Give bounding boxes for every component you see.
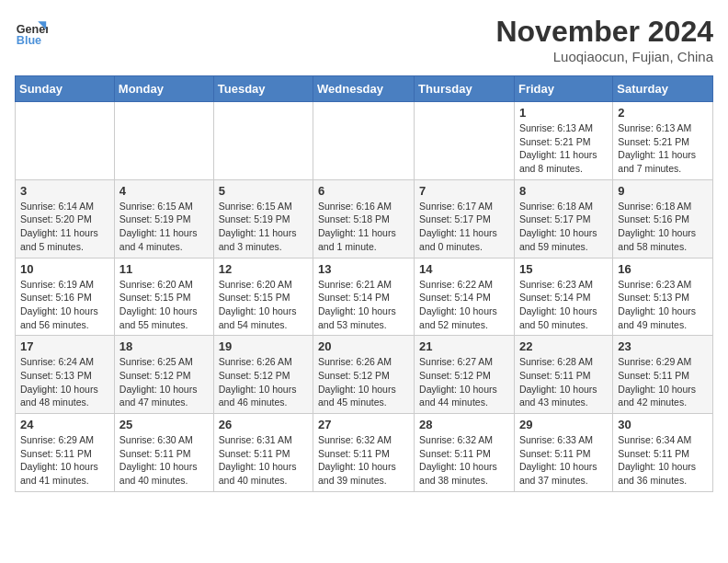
day-number: 4 xyxy=(119,184,209,198)
calendar-week-4: 17Sunrise: 6:24 AM Sunset: 5:13 PM Dayli… xyxy=(16,336,713,414)
day-number: 13 xyxy=(318,262,409,276)
day-number: 28 xyxy=(419,418,509,431)
day-number: 15 xyxy=(519,262,608,276)
day-number: 16 xyxy=(618,262,708,276)
day-number: 6 xyxy=(318,184,409,198)
page-header: General Blue November 2024 Luoqiaocun, F… xyxy=(15,15,713,64)
day-number: 19 xyxy=(219,339,308,353)
calendar-cell: 28Sunrise: 6:32 AM Sunset: 5:11 PM Dayli… xyxy=(415,414,515,492)
calendar-cell: 12Sunrise: 6:20 AM Sunset: 5:15 PM Dayli… xyxy=(213,258,313,336)
calendar-cell: 26Sunrise: 6:31 AM Sunset: 5:11 PM Dayli… xyxy=(213,414,313,492)
month-title: November 2024 xyxy=(495,15,713,49)
day-info: Sunrise: 6:25 AM Sunset: 5:12 PM Dayligh… xyxy=(119,355,209,409)
weekday-header-row: SundayMondayTuesdayWednesdayThursdayFrid… xyxy=(16,76,713,102)
location: Luoqiaocun, Fujian, China xyxy=(495,49,713,64)
day-info: Sunrise: 6:32 AM Sunset: 5:11 PM Dayligh… xyxy=(318,433,409,488)
weekday-header-thursday: Thursday xyxy=(415,76,515,102)
calendar-cell xyxy=(415,102,515,180)
logo-icon: General Blue xyxy=(15,15,48,48)
calendar-cell: 20Sunrise: 6:26 AM Sunset: 5:12 PM Dayli… xyxy=(313,336,415,414)
day-info: Sunrise: 6:20 AM Sunset: 5:15 PM Dayligh… xyxy=(119,278,209,332)
weekday-header-friday: Friday xyxy=(514,76,612,102)
day-number: 29 xyxy=(519,418,608,431)
calendar-cell: 4Sunrise: 6:15 AM Sunset: 5:19 PM Daylig… xyxy=(114,179,213,258)
calendar-cell: 10Sunrise: 6:19 AM Sunset: 5:16 PM Dayli… xyxy=(16,258,115,336)
svg-text:Blue: Blue xyxy=(17,34,41,47)
day-info: Sunrise: 6:21 AM Sunset: 5:14 PM Dayligh… xyxy=(318,278,409,332)
calendar-week-3: 10Sunrise: 6:19 AM Sunset: 5:16 PM Dayli… xyxy=(16,258,713,336)
day-info: Sunrise: 6:31 AM Sunset: 5:11 PM Dayligh… xyxy=(219,433,308,488)
day-number: 2 xyxy=(618,106,708,120)
calendar-cell: 5Sunrise: 6:15 AM Sunset: 5:19 PM Daylig… xyxy=(213,179,313,258)
calendar-cell: 2Sunrise: 6:13 AM Sunset: 5:21 PM Daylig… xyxy=(613,102,713,180)
day-info: Sunrise: 6:19 AM Sunset: 5:16 PM Dayligh… xyxy=(20,278,109,332)
day-info: Sunrise: 6:32 AM Sunset: 5:11 PM Dayligh… xyxy=(419,433,509,488)
day-number: 18 xyxy=(119,339,209,353)
calendar-cell: 27Sunrise: 6:32 AM Sunset: 5:11 PM Dayli… xyxy=(313,414,415,492)
day-info: Sunrise: 6:18 AM Sunset: 5:16 PM Dayligh… xyxy=(618,200,708,254)
calendar-cell: 13Sunrise: 6:21 AM Sunset: 5:14 PM Dayli… xyxy=(313,258,415,336)
weekday-header-monday: Monday xyxy=(114,76,213,102)
day-number: 1 xyxy=(519,106,608,120)
day-info: Sunrise: 6:15 AM Sunset: 5:19 PM Dayligh… xyxy=(119,200,209,254)
calendar-cell xyxy=(114,102,213,180)
day-number: 30 xyxy=(618,418,708,431)
calendar-cell: 24Sunrise: 6:29 AM Sunset: 5:11 PM Dayli… xyxy=(16,414,115,492)
day-info: Sunrise: 6:18 AM Sunset: 5:17 PM Dayligh… xyxy=(519,200,608,254)
day-info: Sunrise: 6:34 AM Sunset: 5:11 PM Dayligh… xyxy=(618,433,708,488)
calendar-table: SundayMondayTuesdayWednesdayThursdayFrid… xyxy=(15,75,713,492)
calendar-cell xyxy=(313,102,415,180)
day-number: 11 xyxy=(119,262,209,276)
day-number: 17 xyxy=(20,339,109,353)
day-number: 7 xyxy=(419,184,509,198)
calendar-cell: 6Sunrise: 6:16 AM Sunset: 5:18 PM Daylig… xyxy=(313,179,415,258)
calendar-cell: 14Sunrise: 6:22 AM Sunset: 5:14 PM Dayli… xyxy=(415,258,515,336)
day-info: Sunrise: 6:28 AM Sunset: 5:11 PM Dayligh… xyxy=(519,355,608,409)
day-info: Sunrise: 6:30 AM Sunset: 5:11 PM Dayligh… xyxy=(119,433,209,488)
day-info: Sunrise: 6:33 AM Sunset: 5:11 PM Dayligh… xyxy=(519,433,608,488)
calendar-cell: 29Sunrise: 6:33 AM Sunset: 5:11 PM Dayli… xyxy=(514,414,612,492)
calendar-cell: 11Sunrise: 6:20 AM Sunset: 5:15 PM Dayli… xyxy=(114,258,213,336)
day-info: Sunrise: 6:26 AM Sunset: 5:12 PM Dayligh… xyxy=(318,355,409,409)
calendar-cell: 3Sunrise: 6:14 AM Sunset: 5:20 PM Daylig… xyxy=(16,179,115,258)
day-number: 23 xyxy=(618,339,708,353)
weekday-header-saturday: Saturday xyxy=(613,76,713,102)
day-info: Sunrise: 6:26 AM Sunset: 5:12 PM Dayligh… xyxy=(219,355,308,409)
calendar-cell: 25Sunrise: 6:30 AM Sunset: 5:11 PM Dayli… xyxy=(114,414,213,492)
calendar-cell: 17Sunrise: 6:24 AM Sunset: 5:13 PM Dayli… xyxy=(16,336,115,414)
calendar-week-5: 24Sunrise: 6:29 AM Sunset: 5:11 PM Dayli… xyxy=(16,414,713,492)
day-number: 8 xyxy=(519,184,608,198)
calendar-cell: 18Sunrise: 6:25 AM Sunset: 5:12 PM Dayli… xyxy=(114,336,213,414)
day-number: 27 xyxy=(318,418,409,431)
day-info: Sunrise: 6:23 AM Sunset: 5:14 PM Dayligh… xyxy=(519,278,608,332)
day-number: 14 xyxy=(419,262,509,276)
day-info: Sunrise: 6:15 AM Sunset: 5:19 PM Dayligh… xyxy=(219,200,308,254)
day-info: Sunrise: 6:24 AM Sunset: 5:13 PM Dayligh… xyxy=(20,355,109,409)
day-info: Sunrise: 6:27 AM Sunset: 5:12 PM Dayligh… xyxy=(419,355,509,409)
day-number: 24 xyxy=(20,418,109,431)
day-number: 9 xyxy=(618,184,708,198)
calendar-cell: 23Sunrise: 6:29 AM Sunset: 5:11 PM Dayli… xyxy=(613,336,713,414)
calendar-cell xyxy=(16,102,115,180)
calendar-cell: 1Sunrise: 6:13 AM Sunset: 5:21 PM Daylig… xyxy=(514,102,612,180)
day-number: 25 xyxy=(119,418,209,431)
day-info: Sunrise: 6:17 AM Sunset: 5:17 PM Dayligh… xyxy=(419,200,509,254)
day-number: 10 xyxy=(20,262,109,276)
day-number: 12 xyxy=(219,262,308,276)
weekday-header-tuesday: Tuesday xyxy=(213,76,313,102)
calendar-cell: 9Sunrise: 6:18 AM Sunset: 5:16 PM Daylig… xyxy=(613,179,713,258)
weekday-header-sunday: Sunday xyxy=(16,76,115,102)
calendar-cell: 7Sunrise: 6:17 AM Sunset: 5:17 PM Daylig… xyxy=(415,179,515,258)
day-info: Sunrise: 6:23 AM Sunset: 5:13 PM Dayligh… xyxy=(618,278,708,332)
calendar-cell: 30Sunrise: 6:34 AM Sunset: 5:11 PM Dayli… xyxy=(613,414,713,492)
day-info: Sunrise: 6:29 AM Sunset: 5:11 PM Dayligh… xyxy=(618,355,708,409)
day-number: 5 xyxy=(219,184,308,198)
calendar-cell: 21Sunrise: 6:27 AM Sunset: 5:12 PM Dayli… xyxy=(415,336,515,414)
day-info: Sunrise: 6:22 AM Sunset: 5:14 PM Dayligh… xyxy=(419,278,509,332)
calendar-week-1: 1Sunrise: 6:13 AM Sunset: 5:21 PM Daylig… xyxy=(16,102,713,180)
calendar-cell: 22Sunrise: 6:28 AM Sunset: 5:11 PM Dayli… xyxy=(514,336,612,414)
calendar-cell: 16Sunrise: 6:23 AM Sunset: 5:13 PM Dayli… xyxy=(613,258,713,336)
day-info: Sunrise: 6:16 AM Sunset: 5:18 PM Dayligh… xyxy=(318,200,409,254)
day-number: 26 xyxy=(219,418,308,431)
calendar-cell xyxy=(213,102,313,180)
